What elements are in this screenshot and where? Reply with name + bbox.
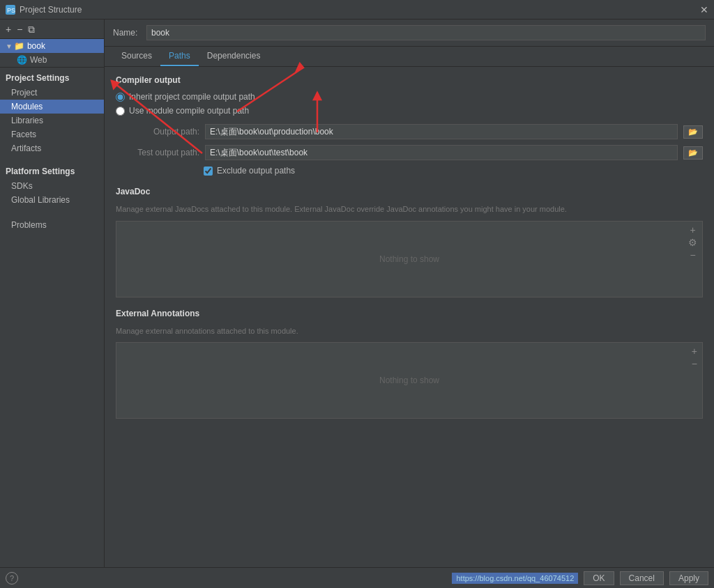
sidebar-item-libraries-label: Libraries [11, 116, 43, 125]
javadoc-desc: Manage external JavaDocs attached to thi… [116, 203, 703, 215]
app-icon: PS [6, 5, 15, 15]
output-path-row: Output path: 📂 [116, 124, 703, 139]
sidebar-item-facets-label: Facets [11, 130, 36, 139]
javadoc-remove-button[interactable]: − [686, 249, 699, 261]
radio-inherit-label: Inherit project compile output path [129, 92, 255, 102]
name-input[interactable] [146, 25, 706, 40]
external-annotations-panel: + − Nothing to show [116, 342, 703, 419]
sidebar-item-artifacts[interactable]: Artifacts [0, 141, 104, 155]
test-output-path-row: Test output path: 📂 [116, 145, 703, 160]
copy-module-button[interactable]: ⧉ [26, 24, 36, 34]
sidebar-item-global-libraries[interactable]: Global Libraries [0, 193, 104, 207]
javadoc-config-button[interactable]: ⚙ [686, 237, 699, 248]
test-output-path-label: Test output path: [116, 148, 199, 157]
apply-button[interactable]: Apply [669, 571, 708, 585]
name-row: Name: [105, 20, 714, 47]
tree-child-web[interactable]: 🌐 Web [0, 53, 104, 67]
javadoc-section: JavaDoc Manage external JavaDocs attache… [116, 187, 703, 297]
exclude-checkbox-row: Exclude output paths [204, 166, 703, 176]
javadoc-panel: + ⚙ − Nothing to show [116, 221, 703, 297]
test-output-path-browse-button[interactable]: 📂 [683, 146, 703, 160]
status-bar: ? https://blog.csdn.net/qq_46074512 OK C… [0, 567, 714, 588]
tab-paths[interactable]: Paths [160, 47, 199, 66]
sidebar-item-global-libraries-label: Global Libraries [11, 195, 70, 205]
name-field-label: Name: [113, 28, 141, 38]
external-annotations-desc: Manage external annotations attached to … [116, 325, 703, 337]
radio-inherit-input[interactable] [116, 93, 125, 102]
sidebar-item-modules[interactable]: Modules [0, 100, 104, 114]
javadoc-panel-toolbar: + ⚙ − [686, 224, 699, 261]
module-tree-item-book[interactable]: ▼ 📁 book [0, 39, 104, 53]
remove-module-button[interactable]: − [15, 24, 24, 34]
output-path-input[interactable] [205, 124, 678, 139]
title-bar: PS Project Structure ✕ [0, 0, 714, 20]
tab-dependencies[interactable]: Dependencies [199, 47, 269, 66]
sidebar-item-problems-label: Problems [11, 220, 47, 230]
output-path-label: Output path: [116, 127, 199, 137]
ok-button[interactable]: OK [584, 571, 614, 585]
web-icon: 🌐 [17, 55, 27, 65]
sidebar-item-project-label: Project [11, 88, 37, 98]
tabs-row: Sources Paths Dependencies [105, 47, 714, 67]
tree-child-web-label: Web [30, 55, 47, 65]
radio-module-label: Use module compile output path [129, 106, 249, 116]
cancel-button[interactable]: Cancel [620, 571, 664, 585]
sidebar-item-problems[interactable]: Problems [0, 218, 104, 232]
radio-item-module[interactable]: Use module compile output path [116, 106, 703, 116]
sidebar-toolbar: + − ⧉ [0, 20, 104, 39]
ext-ann-add-button[interactable]: + [690, 346, 699, 357]
radio-module-input[interactable] [116, 107, 125, 116]
external-annotations-section: External Annotations Manage external ann… [116, 309, 703, 419]
module-name-label: book [27, 41, 45, 51]
external-annotations-title: External Annotations [116, 309, 703, 318]
sidebar-item-sdks-label: SDKs [11, 181, 33, 191]
compiler-output-section: Compiler output Inherit project compile … [116, 75, 703, 176]
svg-text:PS: PS [7, 7, 15, 14]
compiler-output-title: Compiler output [116, 75, 703, 85]
window-title: Project Structure [20, 5, 82, 15]
radio-group-output: Inherit project compile output path Use … [116, 92, 703, 116]
paths-tab-content: Compiler output Inherit project compile … [105, 67, 714, 567]
help-button[interactable]: ? [6, 572, 18, 585]
sidebar-item-facets[interactable]: Facets [0, 127, 104, 141]
javadoc-empty-label: Nothing to show [379, 254, 439, 264]
sidebar: + − ⧉ ▼ 📁 book 🌐 Web Project Settings Pr… [0, 20, 105, 567]
sidebar-item-project[interactable]: Project [0, 86, 104, 100]
project-settings-section: Project Settings [0, 68, 104, 86]
test-output-path-input[interactable] [205, 145, 678, 160]
main-container: + − ⧉ ▼ 📁 book 🌐 Web Project Settings Pr… [0, 20, 714, 567]
javadoc-title: JavaDoc [116, 187, 703, 196]
tree-expand-arrow: ▼ [6, 42, 13, 50]
exclude-output-paths-label: Exclude output paths [217, 166, 295, 176]
sidebar-item-modules-label: Modules [11, 102, 43, 111]
tab-sources[interactable]: Sources [113, 47, 160, 66]
status-url[interactable]: https://blog.csdn.net/qq_46074512 [452, 573, 578, 584]
external-annotations-panel-toolbar: + − [690, 346, 699, 369]
close-button[interactable]: ✕ [700, 4, 708, 15]
module-folder-icon: 📁 [14, 41, 24, 51]
add-module-button[interactable]: + [4, 24, 13, 34]
sidebar-item-artifacts-label: Artifacts [11, 144, 41, 153]
external-annotations-empty-label: Nothing to show [379, 376, 439, 385]
output-path-browse-button[interactable]: 📂 [683, 125, 703, 139]
sidebar-item-sdks[interactable]: SDKs [0, 179, 104, 193]
javadoc-add-button[interactable]: + [686, 224, 699, 235]
exclude-output-paths-checkbox[interactable] [204, 167, 213, 176]
content-area: Name: Sources Paths Dependencies Compile… [105, 20, 714, 567]
radio-item-inherit[interactable]: Inherit project compile output path [116, 92, 703, 102]
ext-ann-remove-button[interactable]: − [690, 358, 699, 369]
sidebar-item-libraries[interactable]: Libraries [0, 114, 104, 127]
platform-settings-section: Platform Settings [0, 161, 104, 179]
